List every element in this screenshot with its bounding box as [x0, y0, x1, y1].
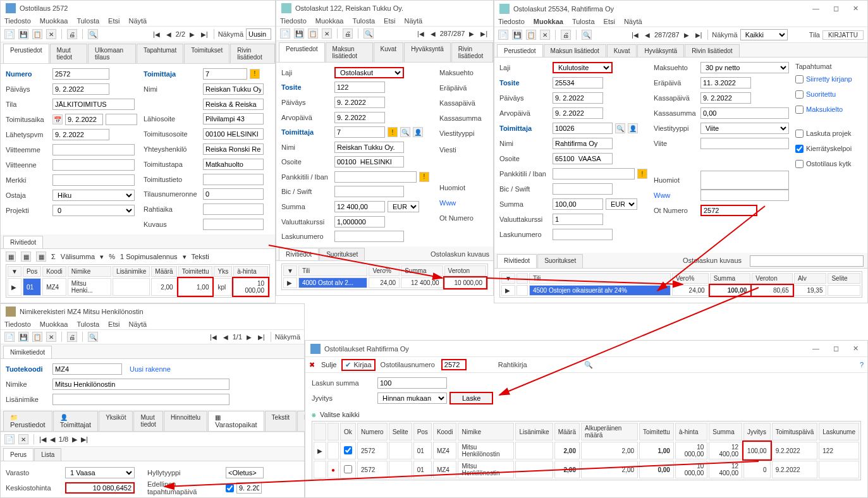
tab-perustiedot[interactable]: Perustiedot [279, 42, 325, 62]
input-kassasum[interactable] [700, 107, 789, 119]
cell-ahinta[interactable]: 10 000,00 [233, 278, 268, 296]
close-x-icon[interactable]: ✖ [309, 361, 315, 369]
col-maara[interactable]: Määrä [554, 423, 580, 440]
input-toimosoite[interactable] [203, 128, 264, 140]
menu-etsi[interactable]: Etsi [384, 17, 395, 25]
prev-icon[interactable]: ◀ [50, 435, 55, 444]
col-laskunum[interactable]: Laskunume [819, 423, 859, 440]
cell-maara[interactable]: 2,00 [151, 278, 176, 296]
tab-perustiedot[interactable]: Perustiedot [497, 44, 543, 57]
teksti-lbl[interactable]: Teksti [192, 253, 209, 260]
last-icon[interactable]: ▶| [256, 332, 267, 342]
menu-tiedosto[interactable]: Tiedosto [498, 18, 525, 25]
cell-veroton[interactable]: 10 000,00 [444, 277, 486, 288]
menu-tiedosto[interactable]: Tiedosto [280, 17, 307, 25]
first-icon[interactable]: |◀ [151, 30, 162, 39]
print-icon[interactable]: 🖨 [67, 29, 77, 39]
delete-icon[interactable]: ✕ [540, 30, 550, 40]
menu-nayta[interactable]: Näytä [128, 17, 147, 25]
input-lisanimike[interactable] [52, 394, 229, 405]
col-nimike[interactable]: Nimike [458, 423, 514, 440]
close-icon[interactable]: ✕ [849, 3, 862, 14]
select-laji[interactable]: Ostolaskut [334, 67, 404, 78]
chk-ostotilaus[interactable] [795, 160, 804, 168]
search-icon[interactable]: 🔍 [584, 361, 593, 369]
input-arvopv[interactable] [334, 112, 385, 123]
warning-icon[interactable]: ! [388, 127, 398, 137]
input-ostno[interactable] [441, 359, 467, 370]
search-icon[interactable]: 🔍 [364, 28, 374, 39]
laske-button[interactable]: Laske [449, 392, 493, 404]
tab-rivitiedot[interactable]: Rivitiedot [3, 236, 43, 248]
c-alku[interactable]: 2,00 [581, 442, 638, 459]
pager[interactable]: |◀ ◀ 2/2 ▶ ▶| Näkymä [151, 28, 271, 40]
prev-icon[interactable]: ◀ [429, 29, 437, 39]
input-keski[interactable] [65, 482, 135, 494]
tab-kuvat[interactable]: Kuvat [607, 44, 637, 57]
chk-laskuta[interactable] [795, 130, 804, 138]
c-toimpvm[interactable]: 9.2.2022 [772, 442, 818, 459]
tab-rivin[interactable]: Rivin lisätiedot [685, 44, 739, 57]
tab-rivitiedot[interactable]: Rivitiedot [279, 248, 319, 260]
col-ok[interactable]: Ok [340, 423, 356, 440]
col-selite[interactable]: Selite [828, 273, 860, 284]
tab-suoritukset[interactable]: Suoritukset [319, 248, 365, 260]
lines-grid[interactable]: Ok Numero Selite Pos Koodi Nimike Lisäni… [312, 421, 861, 480]
chk-siirretty[interactable] [795, 75, 804, 83]
menu-muokkaa[interactable]: Muokkaa [534, 18, 563, 25]
col-selite[interactable]: Selite [389, 423, 412, 440]
last-icon[interactable]: ▶| [694, 30, 704, 40]
menu-etsi[interactable]: Etsi [108, 320, 119, 328]
cell-veroton[interactable]: 80,65 [752, 285, 793, 296]
c-toimi[interactable]: 1,00 [639, 442, 674, 459]
menu-etsi[interactable]: Etsi [604, 18, 615, 25]
tab-muut[interactable]: Muut tiedot [50, 44, 87, 63]
input-summa[interactable] [553, 198, 603, 210]
maximize-icon[interactable]: ◻ [829, 3, 843, 14]
c-ahinta[interactable]: 10 000,00 [675, 461, 707, 478]
print-icon[interactable]: 🖨 [561, 30, 571, 40]
input-paivays[interactable] [52, 83, 109, 95]
input-toimittaja[interactable] [203, 68, 247, 80]
input-bic[interactable] [553, 183, 613, 195]
tab-hyvaksynta[interactable]: Hyväksyntä [637, 44, 684, 57]
prev-icon[interactable]: ◀ [164, 30, 173, 39]
col-toimpvm[interactable]: Toimituspäivä [772, 423, 818, 440]
lines-grid[interactable]: ▼ Tili Vero% Summa Veroton ▶ 4000 Ostot … [281, 264, 488, 290]
input-www[interactable] [700, 190, 789, 201]
select-all-icon[interactable]: ⎈ [312, 411, 316, 418]
kirjaa-button[interactable]: ✔Kirjaa [343, 360, 374, 370]
menu-tulosta[interactable]: Tulosta [76, 320, 99, 328]
tab-maksun[interactable]: Maksun lisätiedot [326, 42, 373, 62]
c-num[interactable]: 2572 [357, 461, 388, 478]
c-alku[interactable]: 2,00 [581, 461, 638, 478]
input-tosite[interactable] [553, 77, 603, 88]
c-jyvitys[interactable]: 0 [743, 461, 771, 478]
new-icon[interactable]: 📄 [4, 29, 15, 39]
table-row[interactable]: ▶ 2572 01 MZ4 Mitsu Henkilönostin 2,00 2… [314, 442, 859, 459]
c-selite[interactable] [389, 442, 412, 459]
lines-grid[interactable]: ▼ Tili Vero% Summa Veroton Alv Selite ▶ … [499, 271, 862, 298]
table-row[interactable]: ● 2572 01 MZ4 Mitsu Henkilönostin 2,00 2… [314, 461, 859, 478]
valitse-row[interactable]: ⎈ Valitse kaikki [305, 408, 867, 421]
tab-maksun[interactable]: Maksun lisätiedot [544, 44, 606, 57]
input-toimtapa[interactable] [203, 159, 264, 170]
next-icon[interactable]: ▶ [245, 332, 254, 342]
input-nimi[interactable] [334, 142, 404, 153]
tab-tekstit[interactable]: Tekstit [265, 411, 296, 431]
save-icon[interactable]: 💾 [18, 332, 28, 342]
input-laskunum[interactable] [334, 231, 404, 242]
delete-icon[interactable]: ✕ [18, 434, 28, 444]
col-numero[interactable]: Numero [357, 423, 388, 440]
tab-nimiketiedot[interactable]: Nimiketiedot [3, 346, 52, 358]
cell-lisa[interactable] [113, 278, 150, 296]
sulje-label[interactable]: Sulje [321, 361, 336, 368]
select-laji[interactable]: Kulutosite [553, 62, 613, 73]
col-koodi[interactable]: Koodi [42, 266, 66, 277]
col-toimitettu[interactable]: Toimitettu [178, 266, 213, 277]
dropdown2-icon[interactable]: ▾ [183, 253, 186, 261]
menu-nayta[interactable]: Näytä [128, 320, 147, 328]
input-summa[interactable] [334, 201, 385, 212]
link-www[interactable]: Www [439, 199, 456, 207]
link-uusi[interactable]: Uusi rakenne [130, 365, 171, 373]
